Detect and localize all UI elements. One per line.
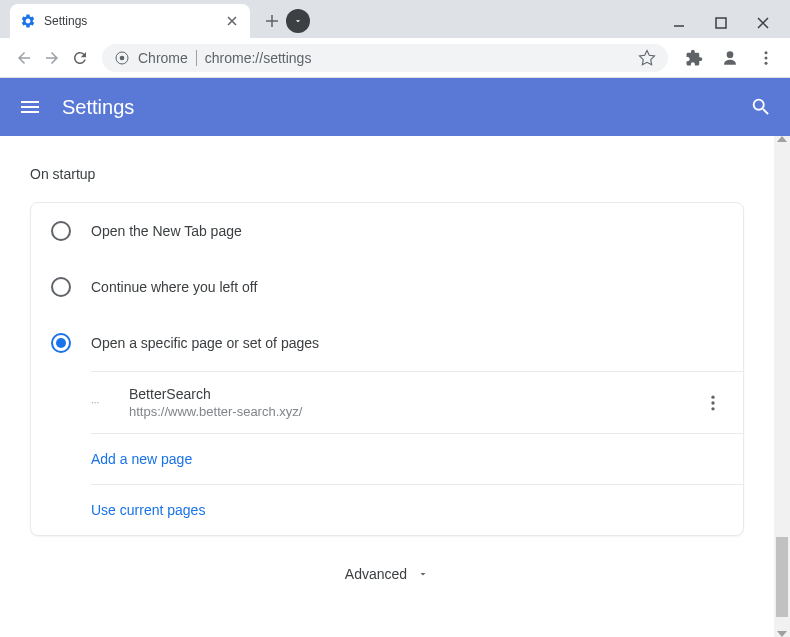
- maximize-icon[interactable]: [714, 16, 728, 30]
- advanced-label: Advanced: [345, 566, 407, 582]
- add-page-row[interactable]: Add a new page: [91, 433, 743, 484]
- favicon-icon: ···: [91, 393, 111, 413]
- page-title: Settings: [62, 96, 750, 119]
- radio-specific[interactable]: Open a specific page or set of pages: [31, 315, 743, 371]
- svg-point-5: [765, 56, 768, 59]
- svg-point-2: [120, 55, 125, 60]
- radio-icon: [51, 277, 71, 297]
- svg-point-9: [711, 407, 714, 410]
- radio-label: Continue where you left off: [91, 279, 257, 295]
- add-page-link[interactable]: Add a new page: [91, 451, 192, 467]
- svg-point-7: [711, 395, 714, 398]
- omnibox-divider: [196, 50, 197, 66]
- omnibox-url: chrome://settings: [205, 50, 638, 66]
- chevron-down-icon: [417, 568, 429, 580]
- use-current-link[interactable]: Use current pages: [91, 502, 205, 518]
- scrollbar[interactable]: [774, 136, 790, 637]
- radio-icon-selected: [51, 333, 71, 353]
- radio-label: Open the New Tab page: [91, 223, 242, 239]
- startup-page-url: https://www.better-search.xyz/: [129, 404, 703, 419]
- radio-newtab[interactable]: Open the New Tab page: [31, 203, 743, 259]
- chrome-icon: [114, 50, 130, 66]
- profile-icon[interactable]: [716, 44, 744, 72]
- extensions-icon[interactable]: [680, 44, 708, 72]
- use-current-row[interactable]: Use current pages: [91, 484, 743, 535]
- startup-page-row: ··· BetterSearch https://www.better-sear…: [91, 371, 743, 433]
- search-icon[interactable]: [750, 96, 772, 118]
- svg-point-6: [765, 61, 768, 64]
- back-icon[interactable]: [10, 44, 38, 72]
- settings-header: Settings: [0, 78, 790, 136]
- svg-rect-0: [716, 18, 726, 28]
- reload-icon[interactable]: [66, 44, 94, 72]
- minimize-icon[interactable]: [672, 16, 686, 30]
- page-more-icon[interactable]: [703, 393, 723, 413]
- new-tab-button[interactable]: [258, 7, 286, 35]
- svg-point-8: [711, 401, 714, 404]
- section-title: On startup: [30, 166, 744, 182]
- svg-point-3: [727, 51, 734, 58]
- browser-toolbar: Chrome chrome://settings: [0, 38, 790, 78]
- advanced-toggle[interactable]: Advanced: [30, 536, 744, 612]
- settings-gear-icon: [20, 13, 36, 29]
- startup-page-name: BetterSearch: [129, 386, 703, 402]
- close-window-icon[interactable]: [756, 16, 770, 30]
- startup-card: Open the New Tab page Continue where you…: [30, 202, 744, 536]
- more-menu-icon[interactable]: [752, 44, 780, 72]
- radio-icon: [51, 221, 71, 241]
- bookmark-star-icon[interactable]: [638, 49, 656, 67]
- svg-point-4: [765, 51, 768, 54]
- close-tab-icon[interactable]: [224, 13, 240, 29]
- window-controls: [672, 16, 790, 38]
- incognito-icon[interactable]: [286, 9, 310, 33]
- omnibox-origin-label: Chrome: [138, 50, 188, 66]
- browser-tab[interactable]: Settings: [10, 4, 250, 38]
- scrollbar-thumb[interactable]: [776, 537, 788, 617]
- tab-title: Settings: [44, 14, 224, 28]
- hamburger-menu-icon[interactable]: [18, 95, 42, 119]
- radio-label: Open a specific page or set of pages: [91, 335, 319, 351]
- window-titlebar: Settings: [0, 0, 790, 38]
- radio-continue[interactable]: Continue where you left off: [31, 259, 743, 315]
- omnibox[interactable]: Chrome chrome://settings: [102, 44, 668, 72]
- forward-icon[interactable]: [38, 44, 66, 72]
- settings-content: On startup Open the New Tab page Continu…: [0, 136, 774, 637]
